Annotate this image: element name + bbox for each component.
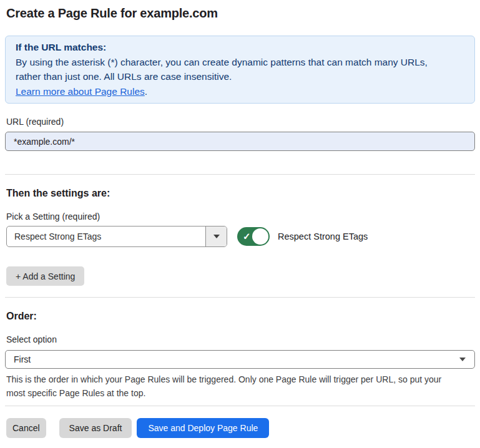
etags-toggle[interactable]: ✓ bbox=[237, 227, 270, 246]
order-select-value: First bbox=[14, 354, 459, 364]
order-select[interactable]: First bbox=[5, 350, 475, 369]
link-suffix: . bbox=[145, 86, 147, 97]
settings-heading: Then the settings are: bbox=[5, 188, 475, 198]
setting-select[interactable]: Respect Strong ETags bbox=[6, 226, 227, 247]
order-heading: Order: bbox=[5, 311, 475, 321]
check-icon: ✓ bbox=[243, 231, 251, 242]
setting-row: Respect Strong ETags ✓ Respect Strong ET… bbox=[6, 226, 475, 247]
cancel-button[interactable]: Cancel bbox=[6, 418, 46, 438]
action-buttons: Cancel Save as Draft Save and Deploy Pag… bbox=[6, 418, 475, 438]
save-draft-button[interactable]: Save as Draft bbox=[59, 418, 132, 438]
toggle-knob bbox=[252, 228, 268, 245]
dropdown-arrow-icon bbox=[213, 235, 220, 238]
url-input[interactable] bbox=[5, 132, 475, 151]
section-divider bbox=[5, 174, 475, 175]
chevron-down-icon bbox=[459, 358, 466, 361]
save-deploy-button[interactable]: Save and Deploy Page Rule bbox=[137, 418, 269, 438]
url-match-info-box: If the URL matches: By using the asteris… bbox=[5, 36, 475, 104]
page-title: Create a Page Rule for example.com bbox=[5, 0, 475, 21]
setting-select-button[interactable] bbox=[205, 226, 227, 246]
order-help-text: This is the order in which your Page Rul… bbox=[5, 373, 462, 400]
info-body: By using the asterisk (*) character, you… bbox=[16, 55, 449, 84]
section-divider bbox=[5, 406, 475, 406]
url-label: URL (required) bbox=[6, 117, 475, 126]
section-divider bbox=[5, 297, 475, 298]
info-heading: If the URL matches: bbox=[16, 40, 464, 55]
add-setting-button[interactable]: + Add a Setting bbox=[6, 266, 84, 286]
info-link-line: Learn more about Page Rules. bbox=[16, 84, 464, 99]
select-option-label: Select option bbox=[6, 335, 475, 344]
toggle-label: Respect Strong ETags bbox=[278, 231, 368, 241]
pick-setting-label: Pick a Setting (required) bbox=[6, 212, 475, 221]
learn-more-link[interactable]: Learn more about Page Rules bbox=[16, 86, 145, 97]
page-rule-form: Create a Page Rule for example.com If th… bbox=[0, 0, 480, 438]
setting-select-value: Respect Strong ETags bbox=[7, 226, 205, 246]
